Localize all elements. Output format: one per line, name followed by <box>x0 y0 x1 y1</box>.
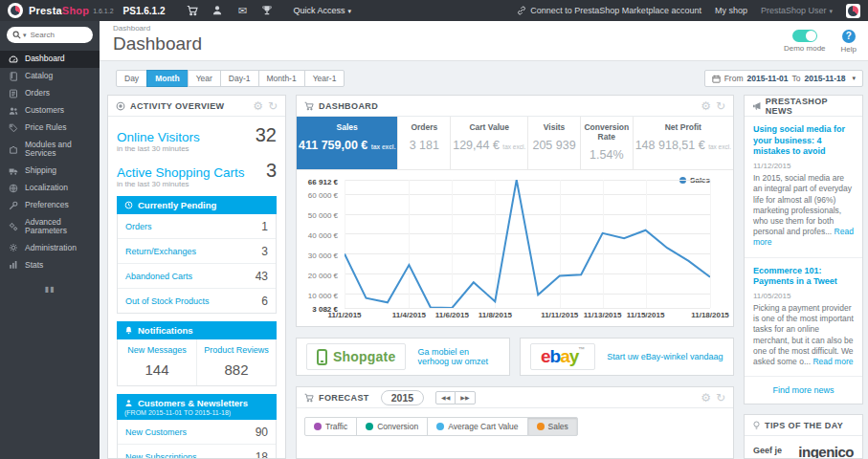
date-range-picker[interactable]: From2015-11-01 To2015-11-18 ▾ <box>704 70 863 87</box>
sales-line-series <box>345 180 710 308</box>
legend-traffic-button[interactable]: Traffic <box>304 417 357 436</box>
range-year-1-button[interactable]: Year-1 <box>304 70 345 87</box>
sidebar-item-orders[interactable]: Orders <box>0 85 100 102</box>
kpi-tab-orders[interactable]: Orders 3 181 <box>398 117 451 169</box>
sidebar-item-stats[interactable]: Stats <box>0 256 100 273</box>
next-year-button[interactable]: ▶▶ <box>455 391 475 404</box>
marketplace-link[interactable]: Connect to PrestaShop Marketplace accoun… <box>517 6 701 15</box>
help-control[interactable]: ? Help <box>841 30 857 54</box>
panel-title: DASHBOARD <box>319 101 378 111</box>
range-month-button[interactable]: Month <box>146 70 189 87</box>
kpi-tab-sales[interactable]: Sales 411 759,00 € tax excl. <box>297 117 398 169</box>
kpi-tab-net-profit[interactable]: Net Profit 148 918,51 € tax excl. <box>634 117 733 169</box>
sales-chart-yaxis: 3 082 €10 000 €20 000 €30 000 €40 000 €5… <box>300 176 343 308</box>
gear-icon[interactable]: ⚙ <box>701 392 711 404</box>
cogs-icon <box>9 222 18 231</box>
gridline <box>345 308 710 309</box>
prestashop-logo <box>8 3 23 18</box>
legend-average-cart-value-button[interactable]: Average Cart Value <box>427 417 527 436</box>
demo-mode-toggle[interactable] <box>792 30 817 42</box>
active-carts-subtitle: in the last 30 minutes <box>117 180 277 188</box>
sidebar-collapse-button[interactable]: ▮▮ <box>0 285 100 294</box>
page-title: Dashboard <box>113 33 202 55</box>
sidebar-item-catalog[interactable]: Catalog <box>0 68 100 85</box>
article-title[interactable]: Ecommerce 101: Payments in a Tweet <box>753 266 854 288</box>
sidebar-item-dashboard[interactable]: Dashboard <box>0 51 100 68</box>
legend-sales-button[interactable]: Sales <box>527 417 578 436</box>
mail-icon[interactable]: ✉ <box>230 5 255 17</box>
shopgate-link[interactable]: Ga mobiel en verhoog uw omzet <box>417 347 500 366</box>
pending-row: Return/Exchanges3 <box>118 239 276 264</box>
trophy-icon[interactable] <box>255 5 279 16</box>
sidebar-item-modules[interactable]: Modules and Services <box>0 137 100 163</box>
sidebar-item-preferences[interactable]: Preferences <box>0 197 100 214</box>
refresh-icon[interactable]: ↻ <box>268 100 278 112</box>
range-year-button[interactable]: Year <box>188 70 221 87</box>
user-icon[interactable] <box>205 5 230 16</box>
x-axis-tick: 11/18/2015 <box>691 311 729 319</box>
chevron-down-icon: ▾ <box>23 32 27 39</box>
range-month-1-button[interactable]: Month-1 <box>258 70 305 87</box>
active-carts-link[interactable]: Active Shopping Carts <box>117 165 245 180</box>
tips-of-the-day-panel: TIPS OF THE DAY ingenico Payment service… <box>744 414 863 459</box>
notifications-section: Notifications New Messages 144 Product R… <box>117 321 277 386</box>
sidebar-item-price-rules[interactable]: Price Rules <box>0 120 100 137</box>
online-visitors-link[interactable]: Online Visitors <box>117 130 200 144</box>
article-date: 11/12/2015 <box>753 162 854 170</box>
phone-icon <box>317 349 327 365</box>
sidebar-item-administration[interactable]: Administration <box>0 239 100 256</box>
date-toolbar: Day Month Year Day-1 Month-1 Year-1 From… <box>100 61 868 95</box>
range-day-button[interactable]: Day <box>116 70 147 87</box>
sidebar-item-shipping[interactable]: Shipping <box>0 163 100 180</box>
range-day-1-button[interactable]: Day-1 <box>220 70 259 87</box>
activity-icon <box>116 101 125 111</box>
ebay-banner[interactable]: ebay™ Start uw eBay-winkel vandaag <box>520 338 734 376</box>
refresh-icon[interactable]: ↻ <box>716 392 725 404</box>
sidebar-item-advanced-parameters[interactable]: Advanced Parameters <box>0 214 100 240</box>
active-carts-value: 3 <box>266 160 277 182</box>
kpi-tab-conversion-rate[interactable]: Conversion Rate 1.54% <box>581 117 634 169</box>
x-axis-tick: 11/11/2015 <box>541 311 578 319</box>
article-excerpt: In 2015, social media are an integral pa… <box>753 173 854 249</box>
gear-icon[interactable]: ⚙ <box>253 100 263 112</box>
quick-access-menu[interactable]: Quick Access▾ <box>293 6 351 15</box>
bell-icon <box>124 326 133 335</box>
sales-dot <box>537 423 545 430</box>
cart-icon[interactable] <box>180 5 205 16</box>
users-icon <box>124 399 133 407</box>
sidebar-item-localization[interactable]: Localization <box>0 180 100 197</box>
help-icon[interactable]: ? <box>842 30 856 43</box>
my-shop-link[interactable]: My shop <box>715 6 747 15</box>
kpi-tab-visits[interactable]: Visits 205 939 <box>528 117 581 169</box>
page-header: Dashboard Dashboard Demo mode ? Help <box>100 21 868 61</box>
ingenico-logo[interactable]: ingenico Payment services <box>789 445 854 459</box>
demo-mode-control[interactable]: Demo mode <box>784 30 826 54</box>
sidebar-item-customers[interactable]: Customers <box>0 102 100 120</box>
forecast-panel: FORECAST 2015 ◀◀ ▶▶ ⚙ ↻ Traffic Conversi… <box>296 386 734 459</box>
search-icon <box>12 31 21 39</box>
user-menu[interactable]: PrestaShop User▾ <box>761 6 833 15</box>
shopgate-banner[interactable]: Shopgate Ga mobiel en verhoog uw omzet <box>296 338 510 376</box>
sidebar: ▾ Dashboard Catalog Orders Customers Pri… <box>0 21 100 459</box>
chevron-down-icon: ▾ <box>852 75 856 82</box>
average-cart-value-dot <box>436 423 444 430</box>
previous-year-button[interactable]: ◀◀ <box>435 391 456 404</box>
forecast-legend: Traffic Conversion Average Cart Value Sa… <box>297 408 733 445</box>
find-more-news-link[interactable]: Find more news <box>745 377 862 404</box>
read-more-link[interactable]: Read more <box>812 357 853 366</box>
wrench-icon <box>9 201 18 210</box>
sidebar-search[interactable]: ▾ <box>7 27 93 43</box>
brand-name: PrestaShop <box>29 5 89 16</box>
legend-conversion-button[interactable]: Conversion <box>356 417 428 436</box>
prestashop-news-panel: PRESTASHOP NEWS Using social media for y… <box>744 95 863 404</box>
avatar[interactable] <box>846 4 860 18</box>
gear-icon[interactable]: ⚙ <box>701 100 711 112</box>
ebay-link[interactable]: Start uw eBay-winkel vandaag <box>607 352 723 361</box>
notification-cell: Product Reviews 882 <box>197 339 276 385</box>
refresh-icon[interactable]: ↻ <box>716 100 725 112</box>
kpi-tab-cart-value[interactable]: Cart Value 129,44 € tax excl. <box>451 117 528 169</box>
y-axis-tick: 60 000 € <box>308 191 338 200</box>
article-title[interactable]: Using social media for your business: 4 … <box>753 124 854 158</box>
search-input[interactable] <box>29 30 84 40</box>
online-visitors-subtitle: in the last 30 minutes <box>117 144 277 153</box>
